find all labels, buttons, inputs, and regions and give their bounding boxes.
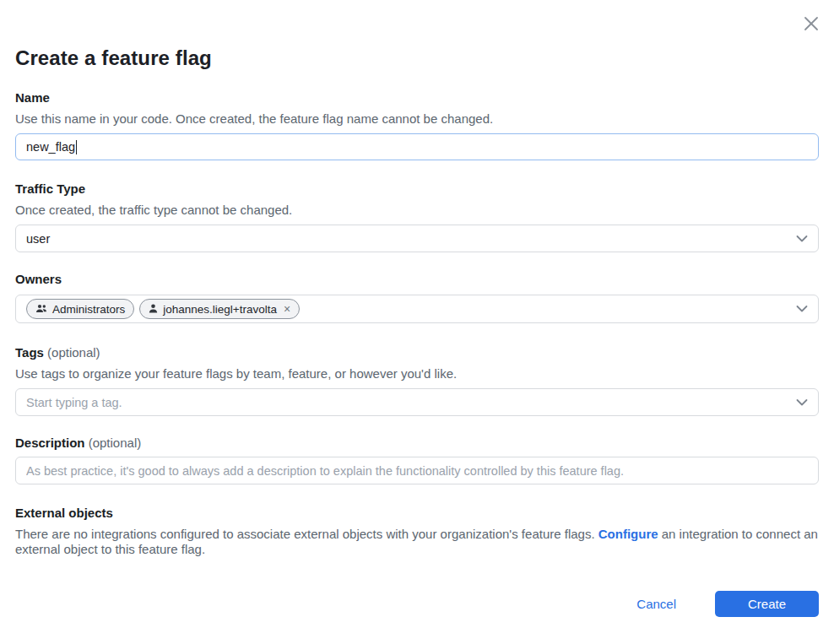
- dialog-title: Create a feature flag: [15, 0, 819, 70]
- name-input[interactable]: new_flag: [15, 133, 819, 160]
- owner-chip-label: Administrators: [52, 303, 125, 316]
- cancel-button[interactable]: Cancel: [626, 592, 686, 616]
- traffic-type-description: Once created, the traffic type cannot be…: [15, 203, 819, 217]
- description-input[interactable]: [15, 457, 819, 484]
- name-input-value: new_flag: [26, 140, 75, 154]
- owner-chip-user[interactable]: johannes.liegl+travolta ×: [139, 299, 300, 319]
- traffic-type-select[interactable]: user: [15, 225, 819, 252]
- tags-label: Tags (optional): [15, 346, 819, 360]
- traffic-type-label: Traffic Type: [15, 182, 819, 196]
- chevron-down-icon: [796, 398, 808, 406]
- user-icon: [149, 303, 158, 316]
- description-optional-text: (optional): [89, 436, 142, 450]
- close-button[interactable]: [800, 13, 822, 35]
- owner-chip-label: johannes.liegl+travolta: [163, 303, 277, 316]
- external-objects-text-before: There are no integrations configured to …: [15, 527, 598, 541]
- tags-label-text: Tags: [15, 345, 44, 360]
- external-objects-label: External objects: [15, 506, 819, 520]
- owners-label: Owners: [15, 273, 819, 286]
- tags-optional-text: (optional): [47, 345, 100, 360]
- close-icon: [802, 23, 820, 35]
- text-cursor: [76, 140, 77, 154]
- chevron-down-icon: [796, 235, 808, 242]
- tags-description: Use tags to organize your feature flags …: [15, 367, 819, 381]
- create-feature-flag-dialog: Create a feature flag Name Use this name…: [0, 0, 834, 644]
- dialog-footer: Cancel Create: [15, 591, 819, 617]
- tags-placeholder: Start typing a tag.: [26, 396, 122, 409]
- owner-chip-administrators[interactable]: Administrators: [26, 299, 134, 319]
- create-button[interactable]: Create: [715, 591, 819, 617]
- name-label: Name: [15, 91, 819, 105]
- group-icon: [35, 303, 47, 316]
- name-description: Use this name in your code. Once created…: [15, 112, 819, 126]
- chip-remove-icon[interactable]: ×: [284, 303, 290, 315]
- configure-link[interactable]: Configure: [598, 527, 658, 541]
- external-objects-text: There are no integrations configured to …: [15, 527, 819, 557]
- description-label: Description (optional): [15, 436, 819, 450]
- description-label-text: Description: [15, 436, 85, 450]
- tags-select[interactable]: Start typing a tag.: [15, 388, 819, 416]
- owners-select[interactable]: Administrators johannes.liegl+travolta ×: [15, 295, 819, 323]
- chevron-down-icon: [796, 306, 808, 313]
- traffic-type-value: user: [26, 232, 50, 246]
